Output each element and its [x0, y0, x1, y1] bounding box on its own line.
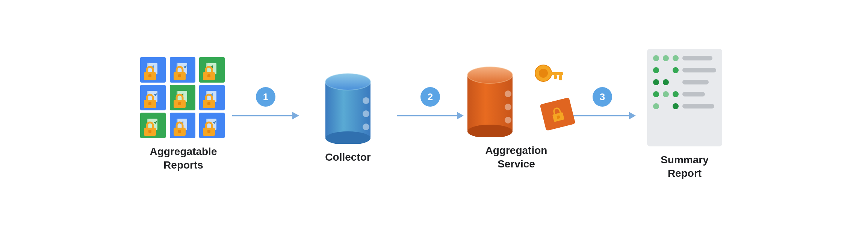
- locked-box: [540, 97, 575, 131]
- bar-5: [682, 104, 714, 108]
- arrow-head-2: [457, 112, 464, 119]
- svg-rect-54: [559, 75, 562, 80]
- report-card-8: [170, 113, 195, 138]
- key-icon: [531, 60, 565, 94]
- svg-rect-55: [554, 75, 557, 79]
- spacer-3c: [673, 79, 679, 85]
- report-card-5: [170, 85, 195, 110]
- dot-3a: [653, 79, 659, 85]
- arrow-head-1: [292, 112, 299, 119]
- dot-5c: [673, 103, 679, 109]
- svg-point-52: [539, 69, 548, 78]
- svg-rect-4: [148, 74, 151, 77]
- collector-label: Collector: [325, 151, 370, 164]
- collector-cylinder-svg: [322, 65, 374, 144]
- svg-rect-24: [207, 102, 210, 105]
- svg-point-49: [505, 104, 511, 110]
- arrow-2-container: 2: [397, 87, 464, 119]
- dot-4c: [673, 91, 679, 97]
- summary-row-5: [653, 102, 716, 110]
- summary-row-4: [653, 90, 716, 98]
- dot-4b: [663, 91, 669, 97]
- report-card-6: [199, 85, 225, 110]
- bar-1: [682, 56, 712, 60]
- aggregation-service-label: Aggregation Service: [485, 144, 547, 171]
- dot-1b: [663, 55, 669, 61]
- arrow-shaft-2: [397, 115, 457, 116]
- collector-node: Collector: [299, 65, 397, 164]
- arrow-1-line: [232, 112, 299, 119]
- svg-rect-32: [178, 130, 181, 133]
- report-card-3: [199, 57, 225, 83]
- diagram: 🔒: [0, 41, 868, 188]
- box-lock-icon: [547, 104, 567, 124]
- bar-4: [682, 92, 705, 96]
- dot-1a: [653, 55, 659, 61]
- svg-point-50: [505, 117, 511, 124]
- dot-3b: [663, 79, 669, 85]
- arrow-3-line: [569, 112, 636, 119]
- arrow-shaft-3: [569, 115, 629, 116]
- aggregatable-reports-label: Aggregatable Reports: [150, 145, 217, 172]
- summary-row-3: [653, 78, 716, 86]
- aggregation-visual: [464, 58, 569, 137]
- aggregation-cylinder-svg: [464, 58, 516, 137]
- spacer-5b: [663, 103, 669, 109]
- svg-point-41: [363, 97, 369, 104]
- dot-1c: [673, 55, 679, 61]
- dot-2a: [653, 67, 659, 73]
- arrow-1-container: 1: [232, 87, 299, 119]
- svg-point-48: [505, 90, 511, 97]
- aggregatable-reports-node: 🔒: [135, 57, 232, 172]
- svg-rect-12: [207, 74, 210, 77]
- dot-4a: [653, 91, 659, 97]
- report-card-7: [140, 113, 166, 138]
- arrow-3-container: 3: [569, 87, 636, 119]
- step-2-circle: 2: [420, 87, 440, 107]
- svg-rect-16: [148, 102, 151, 105]
- dot-2c: [673, 67, 679, 73]
- svg-rect-53: [550, 72, 563, 75]
- reports-grid: 🔒: [140, 57, 227, 138]
- svg-rect-8: [178, 74, 181, 77]
- summary-report-label: Summary Report: [661, 153, 709, 181]
- collector-cylinder: [322, 65, 374, 144]
- report-card-4: [140, 85, 166, 110]
- svg-rect-36: [207, 130, 210, 133]
- report-card-1: 🔒: [140, 57, 166, 83]
- summary-row-1: [653, 54, 716, 62]
- report-card-2: [170, 57, 195, 83]
- svg-rect-20: [178, 102, 181, 105]
- summary-row-2: [653, 66, 716, 74]
- bar-2: [682, 68, 716, 72]
- spacer-2b: [663, 67, 669, 73]
- svg-point-42: [363, 110, 369, 117]
- step-3-circle: 3: [593, 87, 612, 107]
- svg-rect-28: [148, 130, 151, 133]
- arrow-head-3: [629, 112, 636, 119]
- arrow-2-line: [397, 112, 464, 119]
- step-1-circle: 1: [256, 87, 275, 107]
- arrow-shaft-1: [232, 115, 292, 116]
- aggregation-service-node: Aggregation Service: [464, 58, 569, 171]
- report-card-9: [199, 113, 225, 138]
- bar-3: [682, 80, 709, 84]
- dot-5a: [653, 103, 659, 109]
- summary-report-node: Summary Report: [636, 49, 733, 181]
- summary-report-visual: [647, 49, 722, 146]
- svg-point-43: [363, 124, 369, 130]
